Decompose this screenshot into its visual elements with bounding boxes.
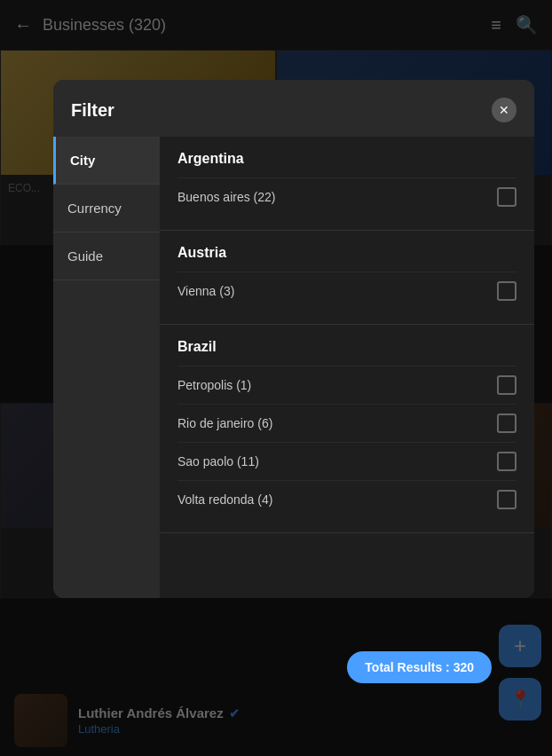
city-checkbox-sao-paolo[interactable] bbox=[497, 452, 517, 471]
filter-body: City Currency Guide Argentina Buenos air… bbox=[53, 137, 534, 598]
country-name-argentina: Argentina bbox=[177, 151, 517, 167]
country-section-austria: Austria Vienna (3) bbox=[160, 231, 534, 325]
country-name-brazil: Brazil bbox=[177, 339, 517, 355]
city-label-petropolis: Petropolis (1) bbox=[177, 378, 251, 392]
city-item-petropolis: Petropolis (1) bbox=[177, 366, 517, 404]
city-label-rio: Rio de janeiro (6) bbox=[177, 416, 272, 430]
city-checkbox-petropolis[interactable] bbox=[497, 375, 517, 395]
sidebar-item-guide[interactable]: Guide bbox=[53, 232, 160, 280]
city-checkbox-vienna[interactable] bbox=[497, 281, 517, 301]
city-item-vienna: Vienna (3) bbox=[177, 272, 517, 310]
filter-modal: Filter ✕ City Currency Guide Argentina B… bbox=[53, 80, 534, 598]
close-button[interactable]: ✕ bbox=[492, 98, 517, 122]
city-label-buenos-aires: Buenos aires (22) bbox=[177, 190, 276, 204]
filter-title: Filter bbox=[71, 100, 114, 121]
sidebar-item-city[interactable]: City bbox=[53, 137, 160, 185]
country-section-argentina: Argentina Buenos aires (22) bbox=[160, 137, 534, 231]
city-label-volta-redonda: Volta redonda (4) bbox=[177, 492, 272, 507]
city-checkbox-rio[interactable] bbox=[497, 413, 517, 433]
country-section-brazil: Brazil Petropolis (1) Rio de janeiro (6)… bbox=[160, 325, 534, 533]
city-item-volta-redonda: Volta redonda (4) bbox=[177, 480, 517, 518]
city-item-sao-paolo: Sao paolo (11) bbox=[177, 442, 517, 480]
sidebar-item-currency[interactable]: Currency bbox=[53, 185, 160, 232]
city-checkbox-volta-redonda[interactable] bbox=[497, 490, 517, 509]
city-label-vienna: Vienna (3) bbox=[177, 284, 234, 298]
city-label-sao-paolo: Sao paolo (11) bbox=[177, 454, 259, 469]
filter-sidebar: City Currency Guide bbox=[53, 137, 160, 598]
city-item-buenos-aires: Buenos aires (22) bbox=[177, 177, 517, 216]
filter-content: Argentina Buenos aires (22) Austria Vien… bbox=[160, 137, 534, 598]
city-checkbox-buenos-aires[interactable] bbox=[497, 187, 517, 207]
total-results-button[interactable]: Total Results : 320 bbox=[347, 651, 492, 683]
filter-header: Filter ✕ bbox=[53, 80, 534, 137]
total-results-bar: Total Results : 320 bbox=[347, 651, 492, 683]
country-name-austria: Austria bbox=[177, 245, 517, 261]
city-item-rio: Rio de janeiro (6) bbox=[177, 404, 517, 442]
